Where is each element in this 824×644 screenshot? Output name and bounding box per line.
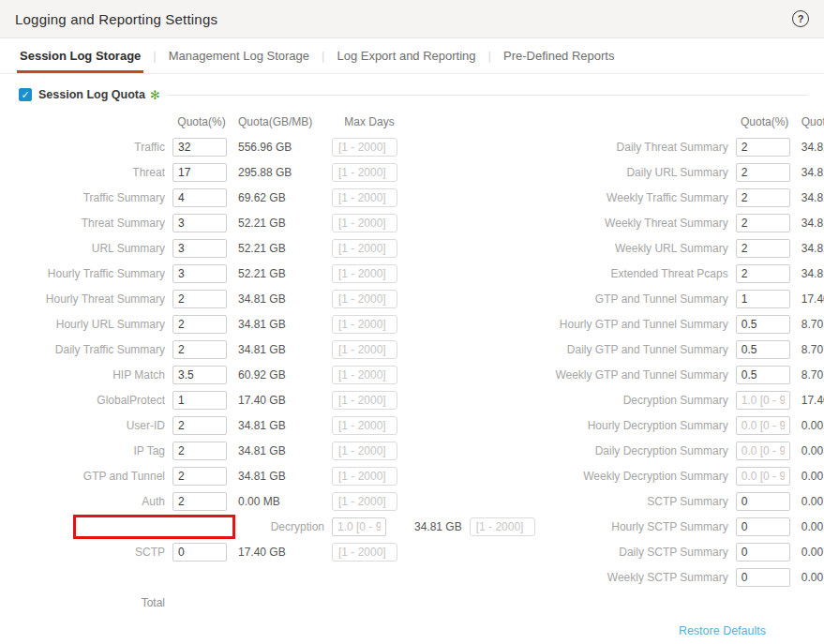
quota-pct-input-traffic-summary[interactable] [172,188,227,207]
quota-pct-input-daily-sctp-summary[interactable] [736,543,790,562]
row-label-hourly-sctp-summary: Hourly SCTP Summary [539,520,728,533]
quota-pct-input-weekly-traffic-summary[interactable] [736,188,790,207]
quota-size-value-hourly-decryption-summary: 0.00 MB [802,419,824,432]
quota-pct-input-hourly-decryption-summary[interactable] [736,416,790,435]
quota-pct-input-gtp-and-tunnel[interactable] [172,467,227,486]
quota-pct-input-hourly-gtp-and-tunnel-summary[interactable] [736,315,790,334]
quota-pct-input-daily-threat-summary[interactable] [736,138,790,157]
tab-session-log-storage[interactable]: Session Log Storage [7,39,153,72]
tab-pre-defined-reports[interactable]: Pre-Defined Reports [491,39,627,72]
quota-pct-input-threat-summary[interactable] [172,214,227,232]
quota-size-value-auth: 0.00 MB [238,495,324,508]
quota-pct-input-decryption[interactable] [332,517,386,536]
quota-size-value-weekly-decryption-summary: 0.00 MB [802,470,824,483]
quota-pct-input-weekly-threat-summary[interactable] [736,214,790,232]
quota-size-value-weekly-threat-summary: 34.81 GB [802,217,824,230]
gear-icon: ✻ [150,89,160,101]
quota-pct-input-sctp-summary[interactable] [736,492,790,511]
max-days-input-sctp[interactable] [332,543,397,562]
quota-pct-input-weekly-decryption-summary[interactable] [736,467,790,486]
quota-pct-input-daily-traffic-summary[interactable] [172,340,227,359]
max-days-input-hip-match[interactable] [332,366,397,384]
row-label-weekly-sctp-summary: Weekly SCTP Summary [539,571,728,584]
dialog-footer: Restore Defaults [0,615,824,637]
row-label-sctp: SCTP [24,546,165,559]
column-header-quota-size: Quota(GB/MB) [238,115,324,128]
quota-pct-input-hourly-url-summary[interactable] [172,315,227,334]
max-days-input-threat[interactable] [332,163,397,182]
quota-pct-input-hip-match[interactable] [172,366,227,384]
max-days-input-auth[interactable] [332,492,397,511]
quota-pct-input-hourly-traffic-summary[interactable] [172,264,227,283]
quota-pct-input-daily-url-summary[interactable] [736,163,790,182]
row-label-gtp-and-tunnel: GTP and Tunnel [24,470,165,483]
max-days-input-gtp-and-tunnel[interactable] [332,467,397,486]
row-label-hourly-gtp-and-tunnel-summary: Hourly GTP and Tunnel Summary [539,318,728,331]
quota-size-value-decryption-summary: 17.40 GB [802,394,824,407]
quota-size-value-daily-sctp-summary: 0.00 MB [802,546,824,559]
quota-pct-input-extended-threat-pcaps[interactable] [736,264,790,283]
restore-defaults-link[interactable]: Restore Defaults [679,624,766,637]
quota-pct-input-threat[interactable] [172,163,227,182]
quota-pct-input-hourly-sctp-summary[interactable] [736,517,790,536]
quota-pct-input-sctp[interactable] [172,543,227,562]
quota-size-value-hourly-threat-summary: 34.81 GB [238,292,324,306]
max-days-input-traffic[interactable] [332,138,397,157]
session-log-quota-checkbox[interactable]: ✓ [19,88,32,101]
max-days-input-globalprotect[interactable] [332,391,397,410]
quota-pct-input-user-id[interactable] [172,416,227,435]
row-label-auth: Auth [24,495,165,508]
quota-pct-input-ip-tag[interactable] [172,442,227,460]
quota-pct-input-url-summary[interactable] [172,239,227,258]
max-days-input-threat-summary[interactable] [332,214,397,232]
max-days-input-hourly-threat-summary[interactable] [332,290,397,308]
quota-pct-input-weekly-gtp-and-tunnel-summary[interactable] [736,366,790,384]
max-days-input-decryption[interactable] [470,517,535,536]
column-header-max-days: Max Days [332,115,407,128]
quota-pct-input-weekly-url-summary[interactable] [736,239,790,258]
max-days-input-ip-tag[interactable] [332,442,397,460]
row-label-sctp-summary: SCTP Summary [539,495,728,508]
max-days-input-daily-traffic-summary[interactable] [332,340,397,359]
help-icon[interactable]: ? [792,10,809,27]
row-label-extended-threat-pcaps: Extended Threat Pcaps [539,267,728,280]
quota-size-value-decryption: 34.81 GB [414,520,462,533]
column-header-quota-pct: Quota(%) [736,115,794,128]
quota-pct-input-daily-gtp-and-tunnel-summary[interactable] [736,340,790,359]
max-days-input-user-id[interactable] [332,416,397,435]
quota-pct-input-weekly-sctp-summary[interactable] [736,568,790,587]
quota-size-value-hourly-sctp-summary: 0.00 MB [802,520,824,533]
row-label-weekly-url-summary: Weekly URL Summary [539,242,728,255]
column-header-quota-size: Quota(GB/MB) [802,115,824,128]
quota-pct-input-daily-decryption-summary[interactable] [736,442,790,460]
quota-size-value-daily-url-summary: 34.81 GB [802,166,824,179]
row-label-hourly-threat-summary: Hourly Threat Summary [24,292,165,306]
row-label-weekly-threat-summary: Weekly Threat Summary [539,217,728,230]
quota-pct-input-hourly-threat-summary[interactable] [172,290,227,308]
total-label: Total [24,596,165,609]
quota-pct-input-traffic[interactable] [172,138,227,157]
quota-pct-input-decryption-summary[interactable] [736,391,790,410]
quota-pct-input-gtp-and-tunnel-summary[interactable] [736,290,790,308]
quota-size-value-daily-threat-summary: 34.81 GB [802,141,824,154]
row-label-daily-url-summary: Daily URL Summary [539,166,728,179]
max-days-input-url-summary[interactable] [332,239,397,258]
row-label-daily-sctp-summary: Daily SCTP Summary [539,546,728,559]
tab-management-log-storage[interactable]: Management Log Storage [157,39,322,72]
quota-pct-input-auth[interactable] [172,492,227,511]
row-label-traffic: Traffic [24,141,165,154]
max-days-input-traffic-summary[interactable] [332,188,397,207]
tab-log-export-and-reporting[interactable]: Log Export and Reporting [324,39,487,72]
max-days-input-hourly-url-summary[interactable] [332,315,397,334]
quota-size-value-daily-traffic-summary: 34.81 GB [238,343,324,356]
tab-bar: Session Log Storage | Management Log Sto… [0,38,824,74]
quota-size-value-traffic: 556.96 GB [238,141,324,154]
quota-size-value-weekly-gtp-and-tunnel-summary: 8.70 GB [802,368,824,382]
max-days-input-hourly-traffic-summary[interactable] [332,264,397,283]
row-label-daily-decryption-summary: Daily Decryption Summary [539,444,728,457]
quota-grid-right: Quota(%) Quota(GB/MB) Max Days Daily Thr… [539,109,824,615]
quota-pct-input-globalprotect[interactable] [172,391,227,410]
quota-size-value-hip-match: 60.92 GB [238,368,324,382]
quota-size-value-hourly-url-summary: 34.81 GB [238,318,324,331]
session-log-quota-section-header: ✓ Session Log Quota ✻ [0,74,824,103]
